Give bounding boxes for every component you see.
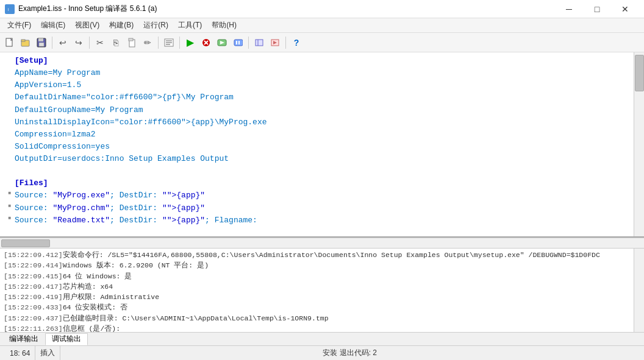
status-mode: 插入 [35,346,60,360]
toolbar-sep4 [179,37,180,49]
stop-button[interactable] [199,35,213,50]
output-tabs: 编译输出 调试输出 [0,332,644,345]
output-timestamp: [15:22:09.415] [4,271,63,281]
editor-line: OutputDir=userdocs:Inno Setup Examples O… [5,153,629,165]
main-area: [Setup]AppName=My ProgramAppVersion=1.5D… [0,52,644,345]
titlebar-controls[interactable]: ─ □ ✕ [555,0,639,18]
menu-view[interactable]: 视图(V) [70,18,104,33]
titlebar-left: i Example1.iss - Inno Setup 编译器 5.6.1 (a… [5,4,157,14]
output-timestamp: [15:22:09.433] [4,302,63,312]
help-button[interactable]: ? [289,35,304,50]
output-line: [15:22:09.414]Windows 版本: 6.2.9200 (NT 平… [4,260,630,270]
debug-button[interactable] [252,35,267,50]
output-line: [15:22:09.419]用户权限: Administrative [4,292,630,302]
editor-line: AppVersion=1.5 [5,79,629,91]
maximize-button[interactable]: □ [583,0,611,18]
status-position: 18: 64 [5,346,35,360]
paste-button[interactable] [124,35,139,50]
close-button[interactable]: ✕ [611,0,639,18]
output-line: [15:22:09.415]64 位 Windows: 是 [4,271,630,281]
editor-hscrollbar[interactable] [0,238,644,248]
app-icon: i [5,4,15,14]
run-button[interactable] [215,35,229,50]
line-marker: ■ [5,189,15,197]
save-button[interactable] [34,35,49,50]
output-timestamp: [15:22:09.417] [4,281,63,292]
line-text: Source: "MyProg.chm"; DestDir: "">{app}" [15,202,629,214]
editor-scroll-thumb[interactable] [635,55,644,91]
menu-file[interactable]: 文件(F) [2,18,36,33]
line-text: Source: "MyProg.exe"; DestDir: "">{app}" [15,189,629,202]
open-button[interactable] [18,35,33,50]
hscroll-thumb[interactable] [1,239,50,247]
output-timestamp: [15:22:11.263] [4,323,63,332]
editor-vscrollbar[interactable] [634,52,644,236]
editor-line: DefaultDirName="color:#ff6600">{pf}\My P… [5,91,629,104]
line-marker: ■ [5,214,15,222]
editor-line: ■Source: "MyProg.chm"; DestDir: "">{app}… [5,202,629,214]
output-timestamp: [15:22:09.414] [4,260,63,270]
menu-build[interactable]: 构建(B) [104,18,138,33]
cut-button[interactable]: ✂ [93,35,107,50]
output-line: [15:22:09.437]已创建临时目录: C:\Users\ADMINI~1… [4,313,630,323]
editor-line: [Files] [5,177,629,189]
editor-line: Compression=lzma2 [5,129,629,141]
editor-line: UninstallDisplayIcon="color:#ff6600">{ap… [5,116,629,129]
editor-line: [Setup] [5,55,629,67]
output-content: [15:22:09.412]安装命令行: /SL5="$14416FA,6880… [0,249,634,332]
clear-button[interactable]: ✏ [140,35,155,50]
toolbar: ↩ ↪ ✂ ⎘ ✏ ▶ ? [0,33,644,52]
editor-line: DefaultGroupName=My Program [5,104,629,116]
line-marker: ■ [5,202,15,210]
output-line: [15:22:11.263]信息框 (是/否): [4,323,630,332]
toolbar-sep5 [248,37,249,49]
svg-rect-20 [236,41,237,44]
output-timestamp: [15:22:09.437] [4,313,63,323]
line-text: [Files] [15,177,629,189]
tab-compile-output[interactable]: 编译输出 [2,333,45,345]
redo-button[interactable]: ↪ [71,35,86,50]
new-button[interactable] [2,35,17,50]
menu-edit[interactable]: 编辑(E) [36,18,70,33]
menu-run[interactable]: 运行(R) [138,18,173,33]
line-text: SolidCompression=yes [15,141,629,153]
menu-tools[interactable]: 工具(T) [173,18,207,33]
output-line: [15:22:09.417]芯片构造: x64 [4,281,630,292]
output-text: 已创建临时目录: C:\Users\ADMINI~1\AppData\Local… [63,313,329,323]
output-text: 信息框 (是/否): [63,323,121,332]
output-vscrollbar[interactable] [634,249,644,332]
output-text: 芯片构造: x64 [63,281,113,292]
editor-content[interactable]: [Setup]AppName=My ProgramAppVersion=1.5D… [0,52,634,236]
editor-line: AppName=My Program [5,67,629,79]
svg-rect-22 [256,40,263,46]
undo-button[interactable]: ↩ [55,35,70,50]
line-text: Compression=lzma2 [15,129,629,141]
compile-button[interactable]: ▶ [183,35,198,50]
menu-help[interactable]: 帮助(H) [207,18,242,33]
line-text: OutputDir=userdocs:Inno Setup Examples O… [15,153,629,165]
pause-button[interactable] [231,35,245,50]
titlebar: i Example1.iss - Inno Setup 编译器 5.6.1 (a… [0,0,644,18]
toolbar-sep2 [89,37,90,49]
minimize-button[interactable]: ─ [555,0,583,18]
step-button[interactable] [268,35,282,50]
line-text: UninstallDisplayIcon="color:#ff6600">{ap… [15,116,629,129]
editor-line: ■Source: "Readme.txt"; DestDir: "">{app}… [5,214,629,227]
editor[interactable]: [Setup]AppName=My ProgramAppVersion=1.5D… [0,52,644,238]
tab-debug-output[interactable]: 调试输出 [45,333,88,345]
editor-line: SolidCompression=yes [5,141,629,153]
output-timestamp: [15:22:09.412] [4,250,63,260]
svg-rect-9 [129,38,133,41]
svg-rect-7 [39,43,44,46]
toolbar-sep6 [285,37,286,49]
output-line: [15:22:09.412]安装命令行: /SL5="$14416FA,6880… [4,250,630,260]
output-text: 安装命令行: /SL5="$14416FA,68800,55808,C:\Use… [63,250,600,260]
toolbar-sep1 [52,37,52,49]
line-text: [Setup] [15,55,629,67]
statusbar: 18: 64 插入 安装 退出代码: 2 [0,345,644,360]
line-text: DefaultGroupName=My Program [15,104,629,116]
line-text: Source: "Readme.txt"; DestDir: "">{app}"… [15,214,629,227]
output-text: Windows 版本: 6.2.9200 (NT 平台: 是) [63,260,209,270]
copy-button[interactable]: ⎘ [109,35,123,50]
format-button[interactable] [162,35,176,50]
